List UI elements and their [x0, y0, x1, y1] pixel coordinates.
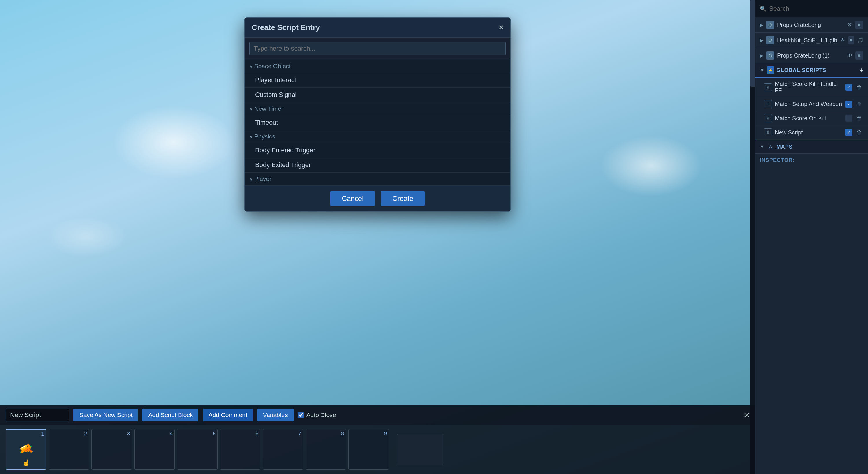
- item-icon: ⬡: [766, 21, 774, 29]
- script-item[interactable]: ⊞ Match Setup And Weapon ✓ 🗑: [755, 97, 868, 111]
- global-scripts-title: GLOBAL SCRIPTS: [777, 67, 857, 73]
- delete-icon[interactable]: ■: [848, 36, 854, 44]
- modal-item-player-interact[interactable]: Player Interact: [245, 73, 510, 88]
- expand-icon: ▶: [760, 53, 763, 58]
- script-icon: ⊞: [764, 100, 772, 108]
- modal-overlay: Create Script Entry × Space Object Playe…: [0, 0, 755, 474]
- item-icon: ⬡: [766, 36, 774, 44]
- scene-items-list: ▶ ⬡ Props CrateLong 👁 ■ ▶ ⬡ HealthKit_Sc…: [755, 18, 868, 63]
- script-name: Match Score On Kill: [775, 115, 842, 122]
- script-icon: ⊞: [764, 128, 772, 136]
- create-script-modal: Create Script Entry × Space Object Playe…: [245, 18, 511, 211]
- maps-section[interactable]: ▼ △ MAPS: [755, 140, 868, 154]
- modal-category-space-object[interactable]: Space Object: [245, 60, 510, 73]
- script-checkbox[interactable]: ✓: [845, 129, 852, 136]
- modal-header: Create Script Entry ×: [245, 18, 510, 38]
- maps-icon: △: [767, 143, 774, 150]
- script-item[interactable]: ⊞ Match Score On Kill 🗑: [755, 111, 868, 126]
- delete-icon[interactable]: ■: [855, 52, 863, 60]
- script-name: Match Score Kill Handle FF: [775, 81, 842, 94]
- inspector-title: INSPECTOR:: [760, 157, 795, 163]
- add-script-icon[interactable]: +: [859, 66, 863, 74]
- script-checkbox[interactable]: [845, 115, 852, 122]
- modal-close-button[interactable]: ×: [499, 23, 503, 32]
- maps-title: MAPS: [777, 144, 863, 150]
- modal-item-timeout[interactable]: Timeout: [245, 115, 510, 130]
- modal-item-body-exited-trigger[interactable]: Body Exited Trigger: [245, 158, 510, 173]
- item-name: Props CrateLong: [777, 22, 844, 28]
- delete-icon[interactable]: ■: [855, 21, 863, 29]
- expand-icon: ▶: [760, 22, 763, 28]
- note-icon: 🎵: [857, 37, 863, 43]
- delete-script-icon[interactable]: 🗑: [855, 114, 863, 122]
- modal-category-player[interactable]: Player: [245, 173, 510, 185]
- scene-item[interactable]: ▶ ⬡ Props CrateLong 👁 ■: [755, 18, 868, 33]
- script-item[interactable]: ⊞ New Script ✓ 🗑: [755, 126, 868, 140]
- inspector-section: INSPECTOR:: [755, 154, 868, 167]
- global-scripts-header: ▼ ⚡ GLOBAL SCRIPTS +: [755, 63, 868, 78]
- script-icon: ⊞: [764, 83, 772, 91]
- search-input[interactable]: [769, 5, 863, 12]
- modal-item-custom-signal[interactable]: Custom Signal: [245, 88, 510, 102]
- delete-script-icon[interactable]: 🗑: [855, 100, 863, 108]
- create-button[interactable]: Create: [381, 191, 425, 206]
- modal-title: Create Script Entry: [252, 23, 320, 32]
- global-scripts-icon: ⚡: [767, 66, 774, 74]
- modal-list: Space Object Player Interact Custom Sign…: [245, 60, 510, 185]
- script-item[interactable]: ⊞ Match Score Kill Handle FF ✓ 🗑: [755, 78, 868, 97]
- delete-script-icon[interactable]: 🗑: [855, 83, 863, 91]
- maps-expand-icon[interactable]: ▼: [760, 144, 765, 149]
- scene-item[interactable]: ▶ ⬡ HealthKit_SciFi_1.1.glb 👁 ■ 🎵: [755, 33, 868, 48]
- item-name: Props CrateLong (1): [777, 52, 844, 59]
- script-name: New Script: [775, 129, 842, 136]
- item-name: HealthKit_SciFi_1.1.glb: [777, 37, 837, 44]
- modal-search-input[interactable]: [249, 42, 506, 56]
- scene-item[interactable]: ▶ ⬡ Props CrateLong (1) 👁 ■: [755, 48, 868, 63]
- script-icon: ⊞: [764, 114, 772, 122]
- item-icon: ⬡: [766, 52, 774, 60]
- modal-footer: Cancel Create: [245, 185, 510, 211]
- search-icon: 🔍: [760, 5, 766, 12]
- modal-category-physics[interactable]: Physics: [245, 130, 510, 143]
- visibility-icon[interactable]: 👁: [840, 37, 845, 43]
- script-checkbox[interactable]: ✓: [845, 101, 852, 107]
- modal-item-body-entered-trigger[interactable]: Body Entered Trigger: [245, 143, 510, 158]
- right-panel: 🔍 ▶ ⬡ Props CrateLong 👁 ■ ▶ ⬡ HealthKit_…: [755, 0, 868, 474]
- script-checkbox[interactable]: ✓: [845, 84, 852, 91]
- search-bar: 🔍: [755, 0, 868, 18]
- expand-icon: ▶: [760, 38, 763, 43]
- delete-script-icon[interactable]: 🗑: [855, 128, 863, 136]
- visibility-icon[interactable]: 👁: [847, 22, 852, 28]
- modal-category-new-timer[interactable]: New Timer: [245, 102, 510, 115]
- cancel-button[interactable]: Cancel: [331, 191, 375, 206]
- scripts-list: ⊞ Match Score Kill Handle FF ✓ 🗑 ⊞ Match…: [755, 78, 868, 140]
- visibility-icon[interactable]: 👁: [847, 53, 852, 59]
- modal-search-area: [245, 38, 510, 60]
- script-name: Match Setup And Weapon: [775, 101, 842, 107]
- section-expand-icon[interactable]: ▼: [760, 68, 765, 73]
